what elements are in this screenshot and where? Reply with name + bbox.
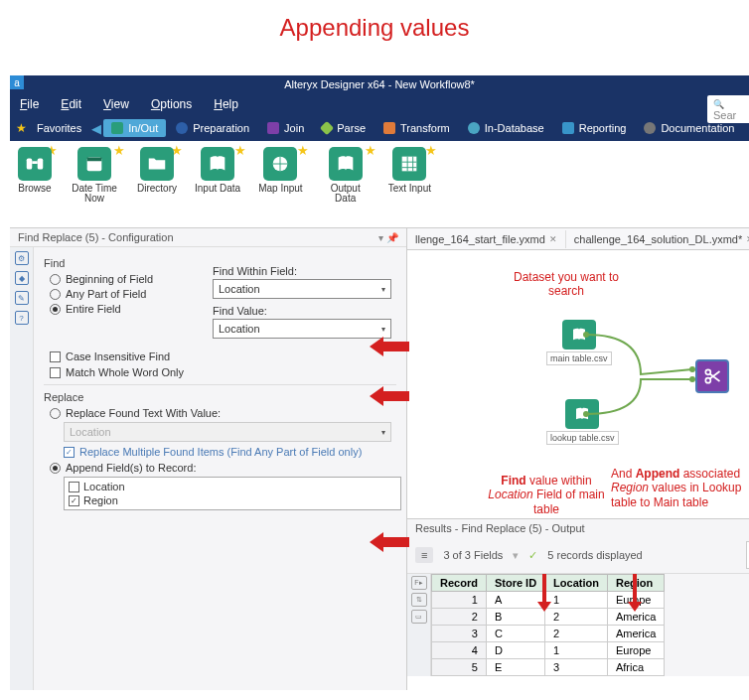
replace-label: Replace	[44, 391, 396, 403]
nav-icon[interactable]: ◆	[15, 271, 29, 285]
results-grid: F▸ ⇅ ▭ Record Store ID Location Region 1…	[407, 574, 749, 676]
svg-rect-4	[87, 158, 102, 162]
titlebar: a Alteryx Designer x64 - New Workflow8*	[10, 75, 749, 93]
find-within-dropdown[interactable]: Location▾	[213, 279, 391, 299]
col-location[interactable]: Location	[545, 575, 608, 592]
list-item-location[interactable]: Location	[67, 480, 398, 493]
red-arrow-icon	[628, 574, 642, 612]
menu-file[interactable]: File	[20, 97, 39, 111]
chevron-down-icon[interactable]: ▾	[378, 232, 383, 243]
svg-point-11	[689, 366, 695, 372]
doctab-1[interactable]: llenge_164_start_file.yxmd✕	[407, 230, 566, 248]
help-icon[interactable]: ?	[15, 311, 29, 325]
replace-value-dropdown: Location▾	[64, 422, 391, 442]
red-arrow-icon	[370, 337, 409, 356]
menu-view[interactable]: View	[103, 97, 129, 111]
chk-case-insensitive[interactable]: Case Insensitive Find	[50, 350, 396, 362]
tab-reporting[interactable]: Reporting	[554, 119, 635, 137]
config-pane: Find Replace (5) - Configuration ▾ 📌 ⚙ ◆…	[10, 228, 407, 690]
list-item-region[interactable]: Region	[67, 493, 398, 507]
red-arrow-icon	[370, 532, 409, 552]
table-row[interactable]: 3C2America	[432, 626, 665, 642]
table-row[interactable]: 4D1Europe	[432, 642, 665, 659]
folder-icon	[111, 122, 123, 134]
gear-icon[interactable]: ⚙	[15, 251, 29, 265]
node-find-replace[interactable]	[695, 359, 729, 393]
square-icon	[267, 122, 279, 134]
workflow-canvas[interactable]: Dataset you want to search main table.cs…	[407, 250, 749, 518]
note-icon[interactable]: ✎	[15, 291, 29, 305]
tool-directory[interactable]: ★Directory	[137, 147, 177, 194]
main-area: Find Replace (5) - Configuration ▾ 📌 ⚙ ◆…	[10, 228, 749, 690]
tab-parse[interactable]: Parse	[314, 119, 374, 137]
svg-point-12	[689, 376, 695, 382]
radio-append-fields[interactable]: Append Field(s) to Record:	[50, 462, 396, 474]
chevron-down-icon[interactable]: ▾	[513, 549, 519, 562]
svg-rect-2	[32, 161, 38, 164]
menu-edit[interactable]: Edit	[61, 97, 81, 111]
pin-icon[interactable]: 📌	[386, 232, 398, 243]
radio-replace-text[interactable]: Replace Found Text With Value:	[50, 407, 396, 419]
tool-outputdata[interactable]: ★Output Data	[321, 147, 371, 204]
config-title: Find Replace (5) - Configuration ▾ 📌	[10, 228, 406, 247]
sort-icon[interactable]: ⇅	[411, 593, 427, 607]
tab-favorites[interactable]: Favorites	[29, 119, 89, 137]
find-value-label: Find Value:	[213, 305, 396, 317]
tool-datetime[interactable]: ★Date Time Now	[70, 147, 119, 204]
tab-transform[interactable]: Transform	[375, 119, 458, 137]
doctab-2[interactable]: challenge_164_solution_DL.yxmd*✕	[566, 230, 749, 248]
square-icon	[383, 122, 395, 134]
fields-count: 3 of 3 Fields	[443, 549, 503, 561]
report-icon	[562, 122, 574, 134]
folder-icon	[146, 153, 168, 175]
app-logo: a	[10, 75, 24, 89]
book-icon	[207, 153, 228, 175]
table-row[interactable]: 5E3Africa	[432, 659, 665, 676]
check-icon: ✓	[528, 549, 537, 562]
menu-options[interactable]: Options	[151, 97, 192, 111]
append-fields-list[interactable]: Location Region	[64, 477, 401, 510]
tab-indatabase[interactable]: In-Database	[460, 119, 552, 137]
hamburger-icon[interactable]: ≡	[415, 547, 433, 563]
filter-icon[interactable]: F▸	[411, 576, 427, 590]
global-search-input[interactable]: Sear	[707, 95, 749, 123]
page-heading: Appending values	[0, 0, 749, 60]
tab-preparation[interactable]: Preparation	[168, 119, 257, 137]
chk-match-whole[interactable]: Match Whole Word Only	[50, 366, 396, 378]
svg-rect-1	[38, 159, 44, 170]
titlebar-text: Alteryx Designer x64 - New Workflow8*	[284, 78, 475, 90]
connector-lines	[581, 320, 700, 429]
red-arrow-icon	[370, 386, 409, 406]
star-icon: ★	[16, 121, 27, 135]
globe-icon	[269, 153, 291, 175]
tool-category-strip: ★ Favorites ◀ In/Out Preparation Join Pa…	[10, 115, 749, 141]
results-toolbar: ≡ 3 of 3 Fields ▾ ✓ 5 records displayed …	[407, 537, 749, 574]
find-value-dropdown[interactable]: Location▾	[213, 319, 391, 339]
results-pane: Results - Find Replace (5) - Output ≡ 3 …	[407, 518, 749, 676]
close-icon[interactable]: ✕	[549, 234, 557, 244]
tab-inout[interactable]: In/Out	[103, 119, 166, 137]
tool-mapinput[interactable]: ★Map Input	[258, 147, 302, 194]
circle-icon	[176, 122, 188, 134]
callout-dataset: Dataset you want to search	[497, 270, 636, 299]
find-within-label: Find Within Field:	[213, 265, 396, 277]
svg-rect-0	[27, 159, 33, 170]
database-icon	[468, 122, 480, 134]
layout-icon[interactable]: ▭	[411, 610, 427, 624]
svg-point-10	[583, 411, 589, 417]
menu-help[interactable]: Help	[214, 97, 238, 111]
tool-inputdata[interactable]: ★Input Data	[195, 147, 240, 194]
diamond-icon	[320, 121, 334, 135]
svg-rect-6	[402, 157, 417, 172]
chevron-down-icon: ▾	[381, 325, 385, 334]
tab-join[interactable]: Join	[259, 119, 312, 137]
svg-point-9	[583, 332, 589, 338]
config-sidebar: ⚙ ◆ ✎ ?	[10, 247, 34, 690]
col-record[interactable]: Record	[432, 575, 487, 592]
callout-find: Find value within Location Field of main…	[487, 474, 606, 516]
tool-browse[interactable]: ★Browse	[18, 147, 52, 194]
document-tabs: llenge_164_start_file.yxmd✕ challenge_16…	[407, 228, 749, 250]
col-store[interactable]: Store ID	[486, 575, 544, 592]
tool-textinput[interactable]: ★Text Input	[388, 147, 431, 194]
book-out-icon	[335, 153, 357, 175]
